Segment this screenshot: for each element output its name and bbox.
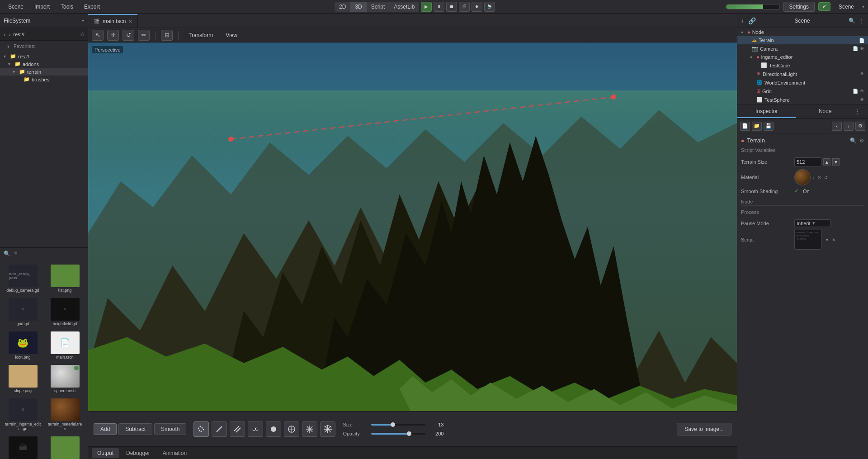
script-dropdown-btn[interactable]: ▾	[826, 237, 828, 242]
material-reload-btn[interactable]: ↺	[823, 174, 829, 181]
tab-output[interactable]: Output	[92, 448, 119, 458]
material-clear-btn[interactable]: ✕	[816, 174, 822, 181]
camera-action1[interactable]: 📄	[853, 46, 858, 51]
mode-assetlib-btn[interactable]: AssetLib	[389, 2, 419, 12]
file-terrain-test[interactable]: 🏔 terrain_test.png	[3, 435, 43, 459]
path-forward-btn[interactable]: ›	[8, 31, 12, 38]
tree-terrain[interactable]: ▾ 📁 terrain	[0, 68, 88, 76]
brush-ring-btn[interactable]	[284, 421, 299, 437]
toolbar-view[interactable]: View	[221, 31, 242, 40]
tree-brushes[interactable]: 📁 brushes	[0, 76, 88, 83]
camera-action2[interactable]: 👁	[860, 46, 864, 51]
remote-btn[interactable]: 📡	[484, 2, 495, 12]
insp-save-btn[interactable]: 💾	[764, 122, 774, 131]
file-heightfield[interactable]: ⚙ heightfield.gd	[45, 296, 85, 328]
scale-tool-btn[interactable]: ✏	[138, 30, 150, 41]
insp-folder-btn[interactable]: 📁	[752, 122, 762, 131]
insp-next-btn[interactable]: ›	[844, 122, 854, 131]
file-debug-camera[interactable]: func _ready() pass debug_camera.gd	[3, 263, 43, 294]
inspector-tab-more[interactable]: ⋮	[854, 109, 868, 115]
brush-star-btn[interactable]	[302, 421, 317, 437]
favorite-star-btn[interactable]: ☆	[80, 31, 85, 38]
menu-import[interactable]: Import	[30, 2, 54, 11]
brush-circle-btn[interactable]	[266, 421, 281, 437]
scene-more-btn[interactable]: ⋮	[859, 18, 864, 24]
add-node-btn[interactable]: +	[741, 17, 745, 24]
record-btn[interactable]: ⏺	[472, 2, 482, 12]
terrain-size-down-btn[interactable]: ▼	[832, 158, 840, 166]
brush-scatter-btn[interactable]	[193, 421, 209, 437]
testsphere-action1[interactable]: 👁	[860, 97, 864, 102]
scene-node-terrain[interactable]: ⛰ Terrain 📄	[737, 36, 868, 44]
insp-gear-btn[interactable]: ⚙	[855, 122, 865, 131]
settings-btn[interactable]: Settings	[783, 2, 815, 12]
path-back-btn[interactable]: ‹	[3, 31, 6, 38]
grid-action2[interactable]: 👁	[860, 89, 864, 94]
menu-tools[interactable]: Tools	[56, 2, 78, 11]
file-icon[interactable]: 🐸 icon.png	[3, 330, 43, 361]
smooth-btn[interactable]: Smooth	[154, 423, 186, 435]
mode-2d-btn[interactable]: 2D	[335, 2, 350, 12]
brush-slash-btn[interactable]	[212, 421, 227, 437]
file-grid-gd[interactable]: ⚙ grid.gd	[3, 296, 43, 328]
stop-btn[interactable]: ⏹	[446, 2, 457, 12]
dirlight-action1[interactable]: 👁	[860, 71, 864, 76]
tab-debugger[interactable]: Debugger	[121, 448, 156, 458]
menu-export[interactable]: Export	[80, 2, 104, 11]
tab-animation[interactable]: Animation	[157, 448, 192, 458]
size-slider-handle[interactable]	[391, 422, 395, 427]
grid-action1[interactable]: 📄	[853, 89, 858, 94]
material-preview-btn[interactable]	[794, 169, 811, 185]
link-node-btn[interactable]: 🔗	[748, 17, 756, 24]
subtract-btn[interactable]: Subtract	[118, 423, 152, 435]
scene-node-worldenv[interactable]: 🌐 WorldEnvironment	[737, 78, 868, 87]
toolbar-transform[interactable]: Transform	[184, 31, 217, 40]
script-preview[interactable]: extends Spatial var terrain func _ready(…	[794, 230, 821, 250]
pause-mode-dropdown[interactable]: Inherit ▾	[794, 219, 830, 227]
add-btn[interactable]: Add	[94, 423, 117, 435]
inspector-tab-inspector[interactable]: Inspector	[737, 105, 796, 118]
brush-dots-btn[interactable]	[248, 421, 263, 437]
rotate-tool-btn[interactable]: ↺	[123, 30, 134, 41]
script-clear-btn[interactable]: ✕	[832, 237, 835, 242]
search-icon[interactable]: 🔍	[4, 251, 10, 257]
opacity-slider[interactable]	[371, 433, 425, 435]
pause-btn[interactable]: ⏸	[434, 2, 444, 12]
tree-addons[interactable]: ▾ 📁 addons	[0, 60, 88, 68]
smooth-shading-check[interactable]: ✔	[794, 188, 798, 194]
size-slider[interactable]	[371, 424, 425, 426]
scene-node-ingame-editor[interactable]: ▾ ● ingame_editor	[737, 53, 868, 61]
scene-node-camera[interactable]: 📷 Camera 📄 👁	[737, 44, 868, 53]
scene-node-dirlight[interactable]: ☀ DirectionalLight 👁	[737, 70, 868, 78]
insp-new-file-btn[interactable]: 📄	[740, 122, 750, 131]
scene-node-testcube[interactable]: ⬜ TestCube	[737, 61, 868, 70]
scene-node-root[interactable]: ▾ ● Node	[737, 28, 868, 36]
tab-close-btn[interactable]: ✕	[128, 19, 132, 24]
file-terrain-editor[interactable]: ⚙ terrain_ingame_editor.gd	[3, 397, 43, 433]
tab-main-tscn[interactable]: 🎬 main.tscn ✕	[88, 14, 138, 28]
brush-starbig-btn[interactable]	[320, 421, 335, 437]
movie-btn[interactable]: 🎬	[459, 2, 470, 12]
material-edit-btn[interactable]: ›	[812, 174, 815, 181]
scene-node-testsphere[interactable]: ⬜ TestSphere 👁	[737, 95, 868, 104]
play-btn[interactable]: ▶	[421, 2, 432, 12]
select-tool-btn[interactable]: ↖	[92, 30, 104, 41]
brush-diag-btn[interactable]	[230, 421, 245, 437]
file-terrain-normalmap[interactable]: terrain_test_normal_map.png	[45, 435, 85, 459]
terrain-size-input[interactable]	[794, 157, 821, 166]
save-to-image-btn[interactable]: Save to image...	[677, 423, 731, 435]
scene-dropdown[interactable]: ▾	[862, 4, 864, 9]
insp-node-settings-btn[interactable]: ⚙	[859, 137, 864, 144]
scene-node-grid[interactable]: ⊞ Grid 📄 👁	[737, 87, 868, 95]
file-main-tscn[interactable]: 📄 main.tscn	[45, 330, 85, 361]
tree-res[interactable]: ▾ 📁 res://	[0, 52, 88, 60]
insp-node-search-btn[interactable]: 🔍	[850, 137, 857, 144]
snap-tool-btn[interactable]: ⊞	[161, 30, 173, 41]
insp-prev-btn[interactable]: ‹	[832, 122, 842, 131]
scene-search-btn[interactable]: 🔍	[849, 18, 855, 24]
move-tool-btn[interactable]: ✛	[107, 30, 119, 41]
mode-3d-btn[interactable]: 3D	[350, 2, 366, 12]
opacity-slider-handle[interactable]	[407, 431, 411, 436]
inspector-tab-node[interactable]: Node	[796, 105, 855, 118]
list-view-icon[interactable]: ≡	[14, 251, 17, 257]
